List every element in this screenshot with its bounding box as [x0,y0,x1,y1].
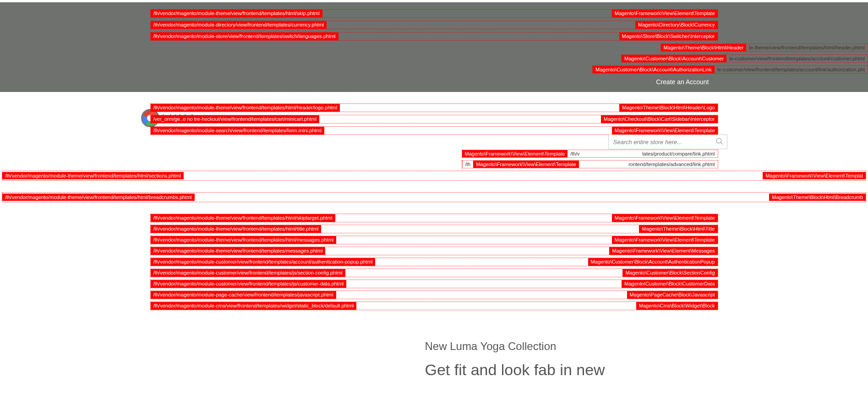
template-hint-row: /lh/vendor/magento/module-theme/view/fro… [150,103,718,112]
hint-path: /lh/vendor/magento/module-directory/view… [151,21,327,29]
header-panel: /lh/vendor/magento/module-theme/view/fro… [0,2,868,92]
hint-path: /lh/vendor/magento/module-theme/view/fro… [151,247,326,255]
hint-class: Magento\Store\Block\Switcher\Interceptor [619,32,718,40]
hint-class: Magento\Theme\Block\Html\Title [639,225,717,233]
hint-class: Magento\Framework\View\Element\Template [462,150,568,157]
hint-path-tail: le-customer/view/frontend/templates/acco… [726,55,868,62]
hint-path: /lh/vendor/magento/module-theme/view/fro… [151,104,340,112]
hint-path-tail: le-customer/view/frontend/templates/acco… [715,66,868,73]
hint-class: Magento\Theme\Block\Html\Breadcrumb [769,194,866,201]
hint-path: /lh/vendor/magento/module-customer/view/… [151,280,347,288]
svg-point-0 [716,138,721,143]
template-hint-row: /lh/vendor/magento/module-customer/view/… [150,258,718,266]
hint-path: /lh/vendor/magento/module-theme/view/fro… [151,236,337,244]
template-hint-row: /lh/vendor/magento/module-customer/view/… [150,269,718,277]
hint-class: Magento\Customer\Block\Account\Authentic… [588,258,718,266]
template-hint-row: /lh/vendor/magento/module-directory/view… [150,21,718,29]
hint-class: Magento\Framework\View\Element\Messages [609,247,717,255]
hint-path: /lh/vendor/magento/module-page-cache/vie… [151,291,336,299]
hint-class: Magento\Framework\View\Element\Template [612,10,718,17]
template-hint-row: Magento\Theme\Block\Html\Header le-theme… [0,43,868,52]
hint-class: Magento\Customer\Block\CustomerData [622,280,717,288]
hint-path: /ver_orm/ge..o no tre-heckout/view/front… [151,115,319,123]
hint-path: /lh/vendor/magento/module-customer/view/… [151,258,376,266]
template-hint-row: /lh/vendor/magento/module-search/view/fr… [150,126,718,135]
template-hint-row: Magento\Framework\View\Element\Template … [462,150,718,158]
hint-class: Magento\Cms\Block\Widget\Block [636,302,718,310]
hero-title: Get fit and look fab in new [425,361,718,379]
hint-path: /lh/vendor/magento/module-customer/view/… [151,269,345,277]
hint-class: Magento\Checkout\Block\Cart\Sidebar\Inte… [601,115,718,123]
template-hint-row: /lh/vendor/magento/module-store/view/fro… [150,32,718,41]
search-button[interactable] [712,135,727,149]
hint-class: Magento\Framework\View\Element\Template [473,161,579,168]
template-hint-row: /lh/vendor/magento/module-cms/view/front… [150,302,718,310]
hint-class: Magento\Directory\Block\Currency [635,21,718,29]
template-hint-row: /lh/vendor/magento/module-theme/view/fro… [2,192,866,202]
template-hint-row: /lh/vendor/magento/module-theme/view/fro… [150,9,718,18]
hint-class: Magento\PageCache\Block\Javascript [627,291,718,299]
hint-class: Magento\Theme\Block\Html\Header\Logo [619,104,717,112]
template-hint-row: Magento\Customer\Block\Account\Authoriza… [0,65,868,74]
hint-path: /lh/vendor/magento/module-theme/view/fro… [2,194,195,201]
hint-path-tail: lates/product/compare/link.phtml [639,150,717,157]
template-hint-row: /lh/vendor/magento/module-theme/view/fro… [150,236,718,244]
template-hint-row: Magento\Customer\Block\Account\Customer … [0,54,868,63]
hint-path-tail: le-theme/view/frontend/templates/html/he… [746,44,868,51]
hint-path-tail: rontend/templates/advanced/link.phtml [626,161,717,168]
hero-subtitle: New Luma Yoga Collection [425,340,718,353]
template-hint-row: /lh/vendor/magento/module-theme/view/fro… [150,225,718,233]
hint-path: /lh/vendor/magento/module-store/view/fro… [151,32,338,40]
hint-class: Magento\Framework\View\Element\Template [612,214,718,222]
hint-path: /lh/vendor/magento/module-theme/view/fro… [2,172,184,179]
template-hint-row: /ver_orm/ge..o no tre-heckout/view/front… [150,115,718,124]
search-input[interactable] [608,135,727,149]
template-hint-row: /lh/vendor/magento/module-customer/view/… [150,280,718,288]
create-account-link[interactable]: Create an Account [150,76,718,87]
hint-path: /lh/vendor/magento/module-theme/view/fro… [151,225,322,233]
hint-class: Magento\Customer\Block\SectionConfig [622,269,717,277]
hint-path: /lh/vendor/magento/module-cms/view/front… [151,302,357,310]
hint-class: Magento\Framework\View\Element\Template [612,127,718,135]
template-hint-row: /lh/vendor/magento/module-theme/view/fro… [2,171,866,181]
template-hint-row: /lh/vendor/magento/module-theme/view/fro… [150,214,718,222]
hero-banner: New Luma Yoga Collection Get fit and loo… [150,312,718,379]
hint-path-prefix: /lh [462,161,474,168]
search-icon [715,137,724,145]
template-hint-row: /lh Magento\Framework\View\Element\Templ… [462,160,718,168]
template-hint-row: /lh/vendor/magento/module-theme/view/fro… [150,247,718,255]
hint-path: /lh/vendor/magento/module-theme/view/fro… [151,214,335,222]
hint-path: /lh/vendor/magento/module-theme/view/fro… [151,10,322,17]
hint-class: Magento\Customer\Block\Account\Authoriza… [593,66,715,73]
template-hint-row: /lh/vendor/magento/module-page-cache/vie… [150,291,718,299]
search-form [608,135,727,149]
svg-line-1 [721,142,723,145]
hint-class: Magento\Theme\Block\Html\Header [661,44,747,51]
hint-class: Magento\Customer\Block\Account\Customer [622,55,726,62]
hint-class: Magento\Framework\View\Element\Template [612,236,718,244]
hint-class: Magento\Framework\View\Element\Templat [763,172,866,179]
hint-path: /lh/vendor/magento/module-search/view/fr… [151,127,324,135]
hint-path-prefix: /lh/v [568,150,582,157]
